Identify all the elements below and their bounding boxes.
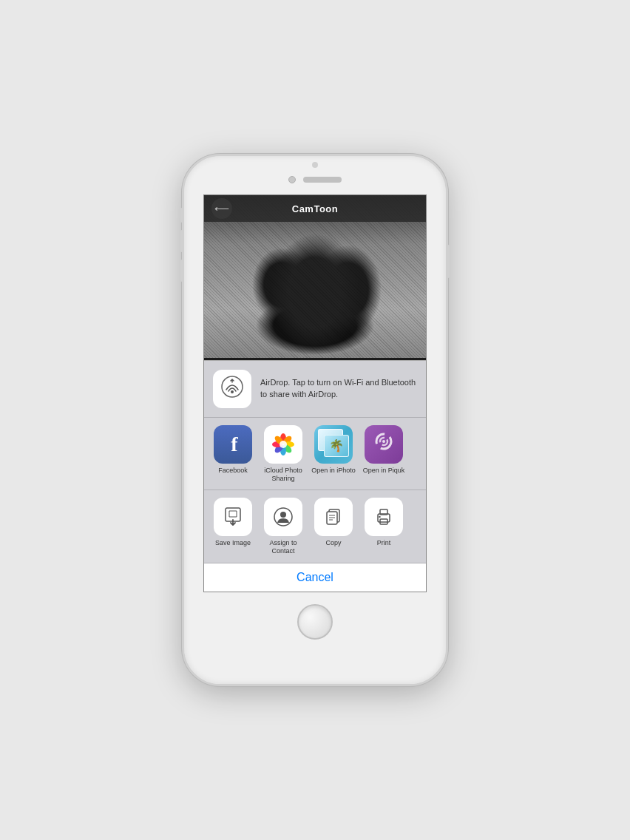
print-icon-wrap: [365, 498, 403, 536]
icloud-photos-label: iCloud Photo Sharing: [260, 467, 306, 483]
print-icon: [373, 507, 394, 527]
app-header: ⟵ CamToon: [204, 195, 426, 222]
actions-row: Save Image Assign to Contact: [204, 490, 426, 563]
airdrop-section[interactable]: AirDrop. Tap to turn on Wi-Fi and Blueto…: [204, 361, 426, 418]
piquk-icon: [370, 428, 397, 460]
action-copy[interactable]: Copy: [311, 498, 356, 555]
svg-point-25: [379, 516, 380, 518]
share-sheet: AirDrop. Tap to turn on Wi-Fi and Blueto…: [204, 360, 426, 592]
facebook-f: f: [231, 433, 237, 456]
piquk-label: Open in Piquk: [363, 467, 405, 475]
cancel-section: Cancel: [204, 563, 426, 592]
facebook-icon: f: [214, 425, 252, 464]
iphoto-content: 🌴: [318, 429, 349, 460]
iphoto-icon-wrap: 🌴: [314, 425, 353, 464]
volume-down-button: [180, 260, 184, 282]
phone-screen: ⟵ CamToon: [203, 194, 427, 592]
app-share-row: f Facebook: [204, 418, 426, 491]
action-assign-contact[interactable]: Assign to Contact: [260, 498, 306, 555]
airdrop-icon: [220, 375, 244, 403]
volume-up-button: [180, 230, 184, 252]
iphoto-front-img: 🌴: [324, 435, 349, 457]
phone-frame: ⟵ CamToon: [182, 154, 448, 686]
svg-point-10: [280, 441, 287, 448]
earpiece: [303, 177, 342, 183]
save-image-label: Save Image: [215, 539, 251, 547]
facebook-label: Facebook: [218, 467, 248, 475]
save-image-icon-wrap: [214, 498, 252, 536]
print-label: Print: [377, 539, 391, 547]
action-save-image[interactable]: Save Image: [210, 498, 256, 555]
share-icloud-photos[interactable]: iCloud Photo Sharing: [260, 425, 306, 483]
airdrop-description: AirDrop. Tap to turn on Wi-Fi and Blueto…: [260, 377, 417, 400]
action-print[interactable]: Print: [361, 498, 407, 555]
svg-point-1: [231, 390, 234, 393]
app-title: CamToon: [292, 203, 338, 214]
copy-label: Copy: [325, 539, 341, 547]
back-button[interactable]: ⟵: [211, 198, 232, 219]
assign-contact-label: Assign to Contact: [260, 539, 306, 555]
piquk-icon-wrap: [365, 425, 403, 464]
share-facebook[interactable]: f Facebook: [210, 425, 256, 483]
phone-bottom: [297, 592, 333, 651]
airdrop-icon-wrap: [213, 370, 251, 408]
home-button[interactable]: [297, 604, 333, 640]
copy-icon: [323, 507, 344, 527]
mute-button: [180, 208, 184, 223]
photos-svg: [268, 429, 299, 460]
assign-contact-icon: [273, 507, 294, 527]
assign-contact-icon-wrap: [264, 498, 302, 536]
svg-point-13: [382, 440, 385, 443]
share-iphoto[interactable]: 🌴 Open in iPhoto: [311, 425, 356, 483]
iphoto-palm-icon: 🌴: [329, 438, 344, 453]
power-button: [446, 245, 450, 278]
iphoto-label: Open in iPhoto: [311, 467, 356, 475]
front-camera: [288, 176, 296, 183]
photos-icon-wrap: [264, 425, 302, 464]
back-icon: ⟵: [214, 203, 229, 214]
save-image-icon: [223, 507, 243, 527]
share-piquk[interactable]: Open in Piquk: [361, 425, 407, 483]
top-dot: [312, 162, 318, 168]
app-background: ⟵ CamToon: [204, 195, 426, 358]
cancel-button[interactable]: Cancel: [211, 571, 419, 584]
phone-top: [184, 156, 446, 194]
copy-icon-wrap: [314, 498, 353, 536]
svg-point-16: [280, 512, 286, 518]
